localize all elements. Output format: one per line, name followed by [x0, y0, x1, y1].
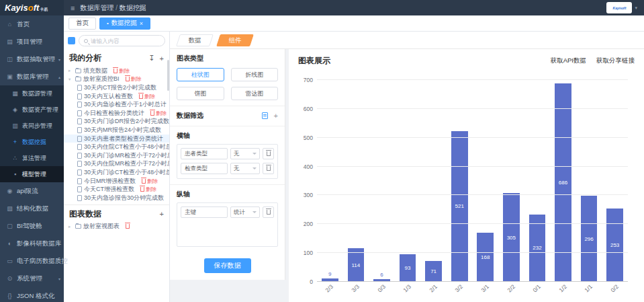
sidebar-subitem-mining[interactable]: +数据挖掘 [0, 134, 64, 150]
bar[interactable]: 253 [606, 209, 623, 281]
filter-form-icon[interactable] [262, 112, 268, 119]
sidebar-item-json[interactable]: {}JSON 格式化 [0, 287, 64, 302]
sidebar-item-database[interactable]: ▣数据库管理▴ [0, 68, 64, 85]
delete-button[interactable]: 删除 [142, 178, 158, 185]
trash-icon [126, 224, 130, 229]
bar[interactable]: 71 [425, 261, 442, 281]
sidebar-item-bi[interactable]: ▢BI驾驶舱 [0, 217, 64, 235]
add-analysis-button[interactable]: + [160, 54, 164, 63]
axis-field[interactable]: 主键 [181, 206, 228, 218]
sidebar-subitem-asset[interactable]: ◈数据资产管理 [0, 102, 64, 118]
tree-item[interactable]: ▸填充数据删除 [64, 67, 169, 75]
axis-agg-select[interactable]: 统计 [230, 206, 260, 218]
tree-item[interactable]: 30天内门诊CT检查小于48小时总计 [64, 168, 169, 177]
bar[interactable]: 305 [503, 193, 520, 281]
bar-value-label: 296 [584, 235, 593, 241]
search-input[interactable] [91, 38, 160, 44]
delete-button[interactable]: 删除 [150, 110, 167, 117]
bar[interactable]: 232 [529, 215, 546, 281]
tab-首页[interactable]: 首页 [68, 17, 96, 30]
tree-item[interactable]: 30天内急诊检查小于1小时总计 [64, 100, 169, 109]
trash-icon [113, 69, 118, 73]
axis-agg-select[interactable]: 无 [230, 163, 260, 174]
chart-type-option[interactable]: 折线图 [231, 68, 279, 81]
avatar[interactable]: Kayisoft [606, 2, 632, 13]
bar[interactable]: 9 [322, 278, 338, 281]
sidebar-subitem-model[interactable]: ▪模型管理 [0, 166, 64, 182]
collapse-toggle-icon[interactable] [68, 37, 75, 44]
sidebar-item-structured[interactable]: ▧结构化数据 [0, 200, 64, 217]
tree-item[interactable]: 30天内患者类型检查分类统计 [64, 135, 169, 143]
sidebar-item-project[interactable]: ▤项目管理 [0, 33, 64, 50]
x-axis-tick-label: 0/3 [376, 283, 386, 293]
chart-data-item[interactable]: ▸放射室视图表 [64, 223, 169, 231]
chart-link[interactable]: 获取分享链接 [596, 56, 635, 65]
sidebar-item-label: 表同步管理 [22, 122, 52, 130]
bar[interactable]: 6 [373, 279, 390, 281]
tree-item[interactable]: 30天内门诊MR检查小于72小时总计 [64, 151, 169, 160]
delete-button[interactable]: 删除 [113, 67, 130, 75]
tree-item[interactable]: 30天内急诊报告30分钟完成数 [64, 194, 169, 202]
breadcrumb-section[interactable]: 数据库管理 [80, 4, 113, 11]
delete-button[interactable]: 删除 [140, 186, 156, 193]
axis-field[interactable]: 检查类型 [181, 163, 228, 174]
sidebar-subitem-algorithm[interactable]: ∴算法管理 [0, 150, 64, 166]
sidebar-subitem-table-sync[interactable]: ▥表同步管理 [0, 118, 64, 134]
tree-item[interactable]: 今日检查检验分类统计删除 [64, 109, 169, 118]
config-tab-数据[interactable]: 数据 [176, 34, 214, 46]
sidebar-item-emr[interactable]: ▭电子病历数据质控 [0, 252, 64, 270]
bar[interactable]: 168 [477, 233, 494, 281]
download-icon[interactable]: ↧ [148, 54, 154, 63]
gridline [317, 194, 628, 195]
bar[interactable]: 686 [555, 83, 571, 281]
tree-item[interactable]: 30天内住院MR检查小于72小时总计 [64, 160, 169, 169]
sidebar-item-home[interactable]: ⌂首页 [0, 15, 64, 33]
config-tab-组件[interactable]: 组件 [216, 34, 254, 46]
delete-label: 删除 [119, 67, 130, 75]
bar[interactable]: 521 [451, 131, 468, 281]
active-dot-icon: • [107, 20, 109, 26]
tree-item[interactable]: 30天内门诊DR报告2小时完成数 [64, 118, 169, 126]
chart-type-option[interactable]: 柱状图 [177, 68, 224, 81]
tree-item[interactable]: 30天内CT报告2小时完成数 [64, 83, 169, 92]
delete-button[interactable] [126, 224, 130, 229]
chart-link[interactable]: 获取API数据 [551, 56, 586, 65]
sidebar-item-imaging[interactable]: ◐影像科研数据库 [0, 235, 64, 252]
sidebar-item-extract[interactable]: ◫数据抽取管理▾ [0, 50, 64, 68]
add-filter-button[interactable]: + [274, 112, 278, 120]
x-axis-tick-label: 2/2 [506, 283, 516, 293]
hamburger-icon[interactable]: ≡ [71, 4, 75, 12]
config-tab-label: 数据 [189, 36, 201, 45]
delete-axis-button[interactable] [263, 163, 274, 174]
chart-slot: 60/3 [369, 80, 395, 281]
close-icon[interactable]: × [140, 20, 143, 27]
tree-item[interactable]: 30天内住院CT检查小于48小时总计 [64, 143, 169, 151]
user-menu[interactable]: Kayisoft ▾ [606, 2, 637, 13]
delete-button[interactable]: 删除 [126, 75, 142, 83]
sidebar-subitem-source[interactable]: ▦数据源管理 [0, 85, 64, 102]
delete-axis-button[interactable] [263, 148, 274, 159]
tree-item[interactable]: 今日MR增强检查数删除 [64, 177, 169, 186]
tab-数据挖掘[interactable]: •数据挖掘× [99, 17, 150, 30]
bar[interactable]: 114 [348, 248, 365, 281]
tree-item[interactable]: 30天内MR报告24小时完成数 [64, 126, 169, 135]
sidebar-item-system[interactable]: ⊙系统管理▾ [0, 270, 64, 287]
axis-field[interactable]: 患者类型 [181, 148, 228, 159]
chart-type-option[interactable]: 雷达图 [231, 87, 279, 100]
tree-item[interactable]: 今天CT增强检查数删除 [64, 185, 169, 194]
chart-type-option[interactable]: 饼图 [177, 87, 224, 100]
sidebar-item-api[interactable]: ◉api限流 [0, 182, 64, 200]
bar[interactable]: 93 [400, 254, 416, 281]
delete-axis-button[interactable] [263, 206, 274, 218]
sidebar-item-label: 影像科研数据库 [17, 239, 62, 248]
tree-item[interactable]: 30天内互认检查数删除 [64, 92, 169, 101]
sidebar-item-label: 模型管理 [22, 170, 46, 179]
delete-button[interactable]: 删除 [139, 93, 155, 100]
scrollbar-thumb[interactable] [167, 60, 169, 91]
mining-icon: + [11, 139, 19, 145]
save-data-button[interactable]: 保存数据 [204, 258, 251, 273]
tree-item[interactable]: ▾放射室质控BI删除 [64, 75, 169, 84]
axis-agg-select[interactable]: 无 [230, 148, 260, 159]
bar[interactable]: 296 [581, 196, 598, 281]
add-chart-button[interactable]: + [160, 210, 164, 218]
